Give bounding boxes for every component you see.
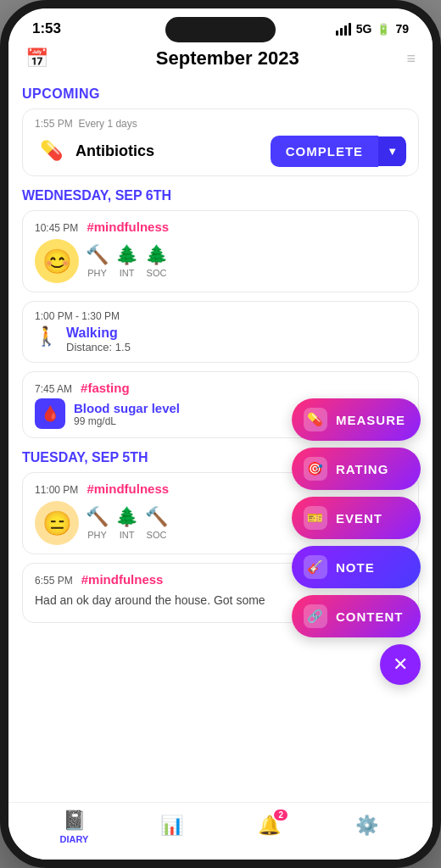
rating-label: RATING (336, 462, 388, 476)
diary-icon: 📓 (63, 810, 86, 832)
event-label: EVENT (336, 511, 382, 526)
phone-frame: 1:53 5G 🔋 79 📅 September 2023 ≡ (0, 0, 441, 868)
bottom-nav: 📓 DIARY 📊 🔔 2 ⚙️ (8, 802, 433, 860)
note-label: NOTE (336, 560, 375, 575)
tue-mood-tag-int: 🌲 INT (115, 506, 138, 540)
page-title: September 2023 (156, 47, 299, 70)
int-label: INT (120, 268, 135, 278)
measure-icon: 💊 (304, 408, 327, 431)
mood-emoji: 😊 (42, 248, 72, 275)
complete-button[interactable]: COMPLETE (271, 136, 378, 167)
mood-tags: 🔨 PHY 🌲 INT 🌲 SOC (86, 244, 168, 278)
tue-mood-tags: 🔨 PHY 🌲 INT 🔨 SOC (86, 506, 168, 540)
battery-level: 79 (395, 22, 409, 36)
content-icon: 🔗 (304, 604, 327, 628)
tue-mood-face: 😑 (35, 501, 79, 545)
tue-phy-icon: 🔨 (86, 506, 109, 528)
rating-icon: 🎯 (304, 457, 327, 481)
fab-event-button[interactable]: 🎫 EVENT (292, 497, 421, 539)
tue-mood-tag-phy: 🔨 PHY (86, 506, 109, 540)
fab-measure-button[interactable]: 💊 MEASURE (292, 398, 421, 441)
entry-time: 10:45 PM #mindfulness (35, 220, 406, 234)
soc-icon: 🌲 (145, 244, 168, 266)
walking-time: 1:00 PM - 1:30 PM (35, 310, 406, 322)
notification-badge-wrap: 🔔 2 (258, 815, 281, 837)
tue-phy-label: PHY (87, 530, 107, 540)
app-header: 📅 September 2023 ≡ (8, 42, 433, 76)
upcoming-section-label: UPCOMING (22, 86, 419, 102)
diary-label: DIARY (60, 834, 89, 844)
entry-card-walking: 1:00 PM - 1:30 PM 🚶 Walking Distance: 1.… (22, 301, 419, 363)
medication-icon: 💊 (35, 135, 67, 167)
content-label: CONTENT (336, 609, 404, 624)
entry-card-mindfulness-wed: 10:45 PM #mindfulness 😊 🔨 PHY 🌲 (22, 210, 419, 292)
complete-dropdown-button[interactable]: ▼ (378, 136, 406, 166)
activity-detail: Distance: 1.5 (66, 341, 406, 353)
notification-badge: 2 (274, 810, 287, 821)
tue-mindfulness-tag: #mindfulness (87, 481, 169, 496)
status-time: 1:53 (32, 20, 61, 37)
battery-icon: 🔋 (377, 23, 390, 36)
network-label: 5G (356, 22, 372, 36)
tue-soc-icon: 🔨 (145, 506, 168, 528)
nav-settings[interactable]: ⚙️ (342, 815, 393, 839)
activity-name: Walking (66, 326, 406, 341)
tue-mood-tag-soc: 🔨 SOC (145, 506, 168, 540)
scroll-area: UPCOMING 1:55 PM Every 1 days 💊 Antibiot… (8, 76, 433, 802)
nav-notifications[interactable]: 🔔 2 (244, 815, 295, 839)
wednesday-section-label: WEDNESDAY, SEP 6TH (22, 188, 419, 203)
stats-icon: 📊 (160, 815, 183, 837)
status-icons: 5G 🔋 79 (336, 22, 409, 36)
tue-note-tag: #mindfulness (81, 572, 164, 587)
nav-diary[interactable]: 📓 DIARY (49, 810, 100, 844)
signal-icon (336, 23, 351, 36)
tue-mood-emoji: 😑 (42, 509, 72, 537)
phy-icon: 🔨 (86, 244, 109, 266)
mood-face: 😊 (35, 239, 79, 283)
calendar-icon[interactable]: 📅 (25, 47, 48, 70)
upcoming-time: 1:55 PM Every 1 days (35, 118, 406, 130)
nav-stats[interactable]: 📊 (147, 815, 198, 839)
medication-name: Antibiotics (75, 142, 154, 160)
entry-tag: #mindfulness (87, 220, 169, 234)
fab-content-button[interactable]: 🔗 CONTENT (292, 595, 421, 637)
fasting-time: 7:45 AM #fasting (35, 381, 406, 395)
soc-label: SOC (147, 268, 167, 278)
fasting-tag: #fasting (81, 381, 130, 395)
notch (165, 17, 276, 42)
int-icon: 🌲 (115, 244, 138, 266)
tue-int-label: INT (120, 530, 135, 540)
walking-icon: 🚶 (35, 326, 58, 348)
settings-icon: ⚙️ (355, 815, 378, 837)
complete-button-group[interactable]: COMPLETE ▼ (271, 136, 406, 167)
tue-soc-label: SOC (147, 530, 167, 540)
note-icon: 🎸 (304, 555, 327, 579)
mood-tag-phy: 🔨 PHY (86, 244, 109, 278)
event-icon: 🎫 (304, 506, 327, 530)
fab-close-button[interactable]: ✕ (380, 644, 421, 685)
bloodsugar-icon: 🩸 (35, 398, 65, 429)
phy-label: PHY (87, 268, 107, 278)
mood-tag-soc: 🌲 SOC (145, 244, 168, 278)
measure-label: MEASURE (336, 413, 405, 427)
fab-note-button[interactable]: 🎸 NOTE (292, 546, 421, 588)
upcoming-card: 1:55 PM Every 1 days 💊 Antibiotics COMPL… (22, 108, 419, 176)
fab-container: 💊 MEASURE 🎯 RATING 🎫 EVENT 🎸 NOTE 🔗 (292, 398, 421, 685)
fab-rating-button[interactable]: 🎯 RATING (292, 448, 421, 490)
mood-tag-int: 🌲 INT (115, 244, 138, 278)
menu-icon[interactable]: ≡ (406, 50, 416, 68)
tue-int-icon: 🌲 (115, 506, 138, 528)
